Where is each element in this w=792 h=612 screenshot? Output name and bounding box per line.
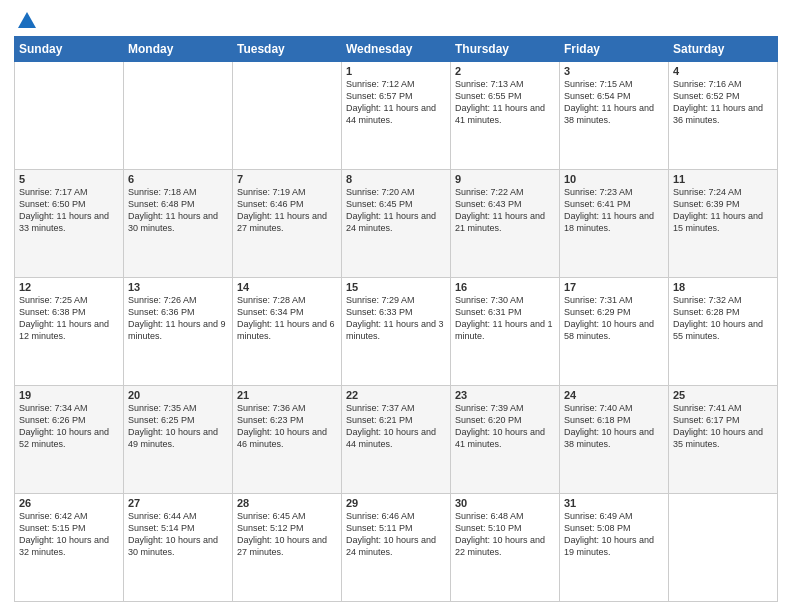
day-info: Sunrise: 7:20 AM Sunset: 6:45 PM Dayligh… xyxy=(346,186,446,235)
calendar-cell: 2Sunrise: 7:13 AM Sunset: 6:55 PM Daylig… xyxy=(451,62,560,170)
day-number: 21 xyxy=(237,389,337,401)
calendar-cell: 13Sunrise: 7:26 AM Sunset: 6:36 PM Dayli… xyxy=(124,278,233,386)
calendar-cell: 11Sunrise: 7:24 AM Sunset: 6:39 PM Dayli… xyxy=(669,170,778,278)
day-number: 23 xyxy=(455,389,555,401)
day-info: Sunrise: 6:49 AM Sunset: 5:08 PM Dayligh… xyxy=(564,510,664,559)
calendar-cell: 30Sunrise: 6:48 AM Sunset: 5:10 PM Dayli… xyxy=(451,494,560,602)
day-info: Sunrise: 7:35 AM Sunset: 6:25 PM Dayligh… xyxy=(128,402,228,451)
day-number: 24 xyxy=(564,389,664,401)
day-info: Sunrise: 6:44 AM Sunset: 5:14 PM Dayligh… xyxy=(128,510,228,559)
day-info: Sunrise: 6:46 AM Sunset: 5:11 PM Dayligh… xyxy=(346,510,446,559)
calendar-day-header: Thursday xyxy=(451,37,560,62)
day-info: Sunrise: 7:41 AM Sunset: 6:17 PM Dayligh… xyxy=(673,402,773,451)
calendar-cell: 3Sunrise: 7:15 AM Sunset: 6:54 PM Daylig… xyxy=(560,62,669,170)
day-number: 8 xyxy=(346,173,446,185)
day-number: 14 xyxy=(237,281,337,293)
logo-icon xyxy=(16,10,38,32)
calendar-cell xyxy=(15,62,124,170)
day-info: Sunrise: 7:15 AM Sunset: 6:54 PM Dayligh… xyxy=(564,78,664,127)
calendar-cell: 17Sunrise: 7:31 AM Sunset: 6:29 PM Dayli… xyxy=(560,278,669,386)
calendar-cell: 19Sunrise: 7:34 AM Sunset: 6:26 PM Dayli… xyxy=(15,386,124,494)
day-info: Sunrise: 7:32 AM Sunset: 6:28 PM Dayligh… xyxy=(673,294,773,343)
calendar-week-row: 19Sunrise: 7:34 AM Sunset: 6:26 PM Dayli… xyxy=(15,386,778,494)
calendar-cell: 22Sunrise: 7:37 AM Sunset: 6:21 PM Dayli… xyxy=(342,386,451,494)
calendar-cell: 1Sunrise: 7:12 AM Sunset: 6:57 PM Daylig… xyxy=(342,62,451,170)
calendar-cell: 4Sunrise: 7:16 AM Sunset: 6:52 PM Daylig… xyxy=(669,62,778,170)
calendar-cell: 15Sunrise: 7:29 AM Sunset: 6:33 PM Dayli… xyxy=(342,278,451,386)
day-info: Sunrise: 7:19 AM Sunset: 6:46 PM Dayligh… xyxy=(237,186,337,235)
day-number: 1 xyxy=(346,65,446,77)
calendar-cell: 21Sunrise: 7:36 AM Sunset: 6:23 PM Dayli… xyxy=(233,386,342,494)
day-info: Sunrise: 6:48 AM Sunset: 5:10 PM Dayligh… xyxy=(455,510,555,559)
calendar-cell: 14Sunrise: 7:28 AM Sunset: 6:34 PM Dayli… xyxy=(233,278,342,386)
day-info: Sunrise: 7:13 AM Sunset: 6:55 PM Dayligh… xyxy=(455,78,555,127)
day-number: 27 xyxy=(128,497,228,509)
day-number: 2 xyxy=(455,65,555,77)
calendar-cell: 18Sunrise: 7:32 AM Sunset: 6:28 PM Dayli… xyxy=(669,278,778,386)
day-info: Sunrise: 7:30 AM Sunset: 6:31 PM Dayligh… xyxy=(455,294,555,343)
day-info: Sunrise: 7:18 AM Sunset: 6:48 PM Dayligh… xyxy=(128,186,228,235)
calendar-week-row: 1Sunrise: 7:12 AM Sunset: 6:57 PM Daylig… xyxy=(15,62,778,170)
day-info: Sunrise: 7:17 AM Sunset: 6:50 PM Dayligh… xyxy=(19,186,119,235)
calendar-cell xyxy=(124,62,233,170)
day-info: Sunrise: 7:24 AM Sunset: 6:39 PM Dayligh… xyxy=(673,186,773,235)
day-number: 3 xyxy=(564,65,664,77)
page: SundayMondayTuesdayWednesdayThursdayFrid… xyxy=(0,0,792,612)
day-info: Sunrise: 7:26 AM Sunset: 6:36 PM Dayligh… xyxy=(128,294,228,343)
svg-marker-0 xyxy=(18,12,36,28)
calendar-cell: 8Sunrise: 7:20 AM Sunset: 6:45 PM Daylig… xyxy=(342,170,451,278)
day-number: 16 xyxy=(455,281,555,293)
calendar-cell: 24Sunrise: 7:40 AM Sunset: 6:18 PM Dayli… xyxy=(560,386,669,494)
day-number: 29 xyxy=(346,497,446,509)
day-info: Sunrise: 7:39 AM Sunset: 6:20 PM Dayligh… xyxy=(455,402,555,451)
calendar-week-row: 5Sunrise: 7:17 AM Sunset: 6:50 PM Daylig… xyxy=(15,170,778,278)
day-number: 9 xyxy=(455,173,555,185)
calendar-week-row: 26Sunrise: 6:42 AM Sunset: 5:15 PM Dayli… xyxy=(15,494,778,602)
day-info: Sunrise: 7:12 AM Sunset: 6:57 PM Dayligh… xyxy=(346,78,446,127)
day-number: 12 xyxy=(19,281,119,293)
day-number: 17 xyxy=(564,281,664,293)
calendar-cell xyxy=(233,62,342,170)
day-info: Sunrise: 7:29 AM Sunset: 6:33 PM Dayligh… xyxy=(346,294,446,343)
calendar-header-row: SundayMondayTuesdayWednesdayThursdayFrid… xyxy=(15,37,778,62)
day-info: Sunrise: 7:23 AM Sunset: 6:41 PM Dayligh… xyxy=(564,186,664,235)
day-info: Sunrise: 7:31 AM Sunset: 6:29 PM Dayligh… xyxy=(564,294,664,343)
logo xyxy=(14,10,38,28)
calendar-day-header: Tuesday xyxy=(233,37,342,62)
day-number: 18 xyxy=(673,281,773,293)
calendar-cell: 23Sunrise: 7:39 AM Sunset: 6:20 PM Dayli… xyxy=(451,386,560,494)
calendar-day-header: Monday xyxy=(124,37,233,62)
day-info: Sunrise: 7:40 AM Sunset: 6:18 PM Dayligh… xyxy=(564,402,664,451)
day-number: 25 xyxy=(673,389,773,401)
calendar-cell xyxy=(669,494,778,602)
day-number: 13 xyxy=(128,281,228,293)
day-number: 7 xyxy=(237,173,337,185)
calendar-week-row: 12Sunrise: 7:25 AM Sunset: 6:38 PM Dayli… xyxy=(15,278,778,386)
day-info: Sunrise: 7:22 AM Sunset: 6:43 PM Dayligh… xyxy=(455,186,555,235)
calendar-cell: 6Sunrise: 7:18 AM Sunset: 6:48 PM Daylig… xyxy=(124,170,233,278)
day-info: Sunrise: 7:16 AM Sunset: 6:52 PM Dayligh… xyxy=(673,78,773,127)
day-number: 19 xyxy=(19,389,119,401)
calendar-cell: 29Sunrise: 6:46 AM Sunset: 5:11 PM Dayli… xyxy=(342,494,451,602)
calendar-cell: 10Sunrise: 7:23 AM Sunset: 6:41 PM Dayli… xyxy=(560,170,669,278)
day-number: 30 xyxy=(455,497,555,509)
day-number: 31 xyxy=(564,497,664,509)
calendar-cell: 16Sunrise: 7:30 AM Sunset: 6:31 PM Dayli… xyxy=(451,278,560,386)
day-info: Sunrise: 7:34 AM Sunset: 6:26 PM Dayligh… xyxy=(19,402,119,451)
calendar-cell: 27Sunrise: 6:44 AM Sunset: 5:14 PM Dayli… xyxy=(124,494,233,602)
day-info: Sunrise: 7:36 AM Sunset: 6:23 PM Dayligh… xyxy=(237,402,337,451)
calendar-day-header: Wednesday xyxy=(342,37,451,62)
day-number: 6 xyxy=(128,173,228,185)
day-number: 15 xyxy=(346,281,446,293)
calendar-day-header: Saturday xyxy=(669,37,778,62)
day-number: 11 xyxy=(673,173,773,185)
calendar-cell: 9Sunrise: 7:22 AM Sunset: 6:43 PM Daylig… xyxy=(451,170,560,278)
calendar-cell: 5Sunrise: 7:17 AM Sunset: 6:50 PM Daylig… xyxy=(15,170,124,278)
day-info: Sunrise: 6:42 AM Sunset: 5:15 PM Dayligh… xyxy=(19,510,119,559)
calendar-day-header: Friday xyxy=(560,37,669,62)
header xyxy=(14,10,778,28)
day-info: Sunrise: 7:28 AM Sunset: 6:34 PM Dayligh… xyxy=(237,294,337,343)
calendar-cell: 12Sunrise: 7:25 AM Sunset: 6:38 PM Dayli… xyxy=(15,278,124,386)
day-info: Sunrise: 7:37 AM Sunset: 6:21 PM Dayligh… xyxy=(346,402,446,451)
calendar-cell: 7Sunrise: 7:19 AM Sunset: 6:46 PM Daylig… xyxy=(233,170,342,278)
